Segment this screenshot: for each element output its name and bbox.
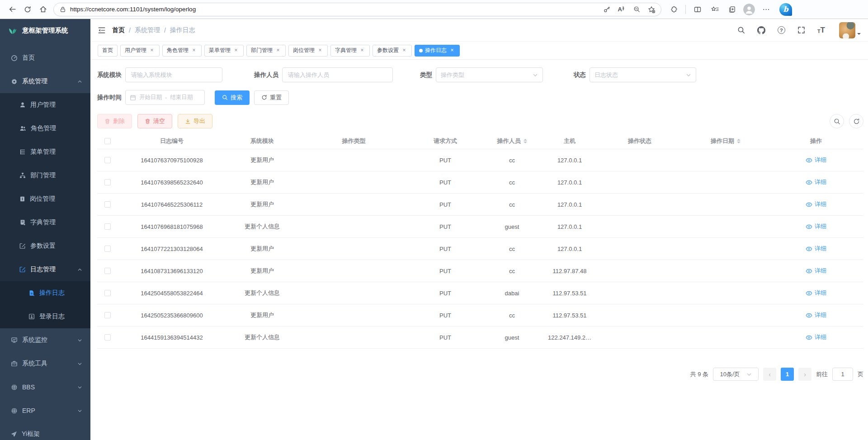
row-checkbox[interactable] <box>104 223 111 230</box>
current-page-button[interactable]: 1 <box>781 368 794 381</box>
sidebar-collapse-icon[interactable] <box>98 26 106 34</box>
row-checkbox[interactable] <box>104 290 111 296</box>
sidebar-item-param-settings[interactable]: 参数设置 <box>0 234 90 258</box>
status-select[interactable]: 日志状态 <box>590 67 696 82</box>
sidebar-item-log-mgmt[interactable]: 日志管理 <box>0 258 90 281</box>
sidebar-item-system-mgmt[interactable]: 系统管理 <box>0 70 90 93</box>
next-page-button[interactable]: › <box>798 368 811 381</box>
tab-param-settings[interactable]: 参数设置× <box>373 45 412 57</box>
table-refresh-button[interactable] <box>849 114 863 128</box>
row-checkbox[interactable] <box>104 246 111 252</box>
row-checkbox[interactable] <box>104 334 111 341</box>
col-operator[interactable]: 操作人员 <box>481 137 542 145</box>
clear-button[interactable]: 清空 <box>137 114 172 128</box>
prev-page-button[interactable]: ‹ <box>763 368 776 381</box>
sidebar-item-system-tools[interactable]: 系统工具 <box>0 352 90 375</box>
tab-home[interactable]: 首页 <box>98 45 118 57</box>
col-date[interactable]: 操作日期 <box>683 137 769 145</box>
col-host: 主机 <box>542 137 597 145</box>
browser-profile-avatar[interactable] <box>741 2 757 17</box>
detail-link[interactable]: 详细 <box>806 200 826 208</box>
row-checkbox[interactable] <box>104 179 111 185</box>
tab-post-mgmt[interactable]: 岗位管理× <box>288 45 328 57</box>
sidebar-item-menu-mgmt[interactable]: 菜单管理 <box>0 140 90 164</box>
export-button[interactable]: 导出 <box>178 114 212 128</box>
breadcrumb-home[interactable]: 首页 <box>112 26 125 34</box>
close-icon[interactable]: × <box>275 47 281 54</box>
tab-operation-log[interactable]: 操作日志× <box>415 45 460 57</box>
tab-dept-mgmt[interactable]: 部门管理× <box>246 45 286 57</box>
sidebar-item-yi-framework[interactable]: Yi框架 <box>0 422 90 440</box>
sidebar-item-system-monitor[interactable]: 系统监控 <box>0 328 90 352</box>
copilot-icon[interactable]: b <box>779 3 792 16</box>
browser-settings-menu[interactable]: ⋯ <box>759 2 774 17</box>
goto-page-input[interactable] <box>832 368 853 381</box>
sidebar-item-user-mgmt[interactable]: 用户管理 <box>0 93 90 117</box>
address-bar[interactable]: https://ccnetcore.com:1101/system/log/op… <box>53 3 661 16</box>
sidebar-item-operation-log[interactable]: 操作日志 <box>0 281 90 305</box>
browser-back-button[interactable] <box>5 2 20 17</box>
search-button[interactable]: 搜索 <box>215 90 250 105</box>
app-logo[interactable]: 意框架管理系统 <box>0 19 90 42</box>
tab-menu-mgmt[interactable]: 菜单管理× <box>204 45 244 57</box>
select-all-checkbox[interactable] <box>104 138 111 144</box>
user-menu[interactable] <box>839 22 861 38</box>
tab-user-mgmt[interactable]: 用户管理× <box>120 45 160 57</box>
favorites-icon[interactable] <box>707 2 722 17</box>
extensions-icon[interactable] <box>666 2 681 17</box>
sidebar-item-login-log[interactable]: 登录日志 <box>0 305 90 328</box>
detail-link[interactable]: 详细 <box>806 267 826 275</box>
row-checkbox[interactable] <box>104 312 111 318</box>
font-size-icon[interactable]: TT <box>817 26 825 34</box>
delete-button[interactable]: 删除 <box>97 114 132 128</box>
page-size-select[interactable]: 10条/页 <box>713 368 759 381</box>
sidebar-item-role-mgmt[interactable]: 角色管理 <box>0 117 90 140</box>
breadcrumb-system[interactable]: 系统管理 <box>135 26 160 34</box>
sidebar-item-bbs[interactable]: BBS <box>0 375 90 399</box>
tab-dict-mgmt[interactable]: 字典管理× <box>330 45 370 57</box>
row-checkbox[interactable] <box>104 201 111 208</box>
detail-link[interactable]: 详细 <box>806 156 826 164</box>
date-range-picker[interactable]: 开始日期 - 结束日期 <box>125 90 205 105</box>
browser-home-button[interactable] <box>35 2 51 17</box>
operator-input[interactable] <box>282 67 393 82</box>
close-icon[interactable]: × <box>449 47 455 54</box>
close-icon[interactable]: × <box>233 47 239 54</box>
close-icon[interactable]: × <box>149 47 155 54</box>
detail-link[interactable]: 详细 <box>806 311 826 319</box>
password-key-icon[interactable] <box>604 6 610 13</box>
sidebar-item-erp[interactable]: ERP <box>0 399 90 422</box>
help-icon[interactable]: ? <box>778 26 785 34</box>
detail-link[interactable]: 详细 <box>806 178 826 186</box>
sidebar-item-dict-mgmt[interactable]: 字典管理 <box>0 211 90 234</box>
detail-link[interactable]: 详细 <box>806 245 826 253</box>
detail-link[interactable]: 详细 <box>806 222 826 231</box>
browser-refresh-button[interactable] <box>20 2 35 17</box>
sidebar-item-post-mgmt[interactable]: 岗位管理 <box>0 187 90 211</box>
module-input[interactable] <box>125 67 222 82</box>
split-screen-icon[interactable] <box>690 2 705 17</box>
row-checkbox[interactable] <box>104 157 111 163</box>
close-icon[interactable]: × <box>401 47 407 54</box>
sidebar-item-home[interactable]: 首页 <box>0 46 90 70</box>
add-favorite-icon[interactable] <box>648 6 655 13</box>
detail-link[interactable]: 详细 <box>806 333 826 341</box>
zoom-out-icon[interactable] <box>633 6 640 13</box>
fullscreen-icon[interactable] <box>797 26 805 34</box>
collections-icon[interactable] <box>724 2 740 17</box>
close-icon[interactable]: × <box>191 47 197 54</box>
row-checkbox[interactable] <box>104 268 111 274</box>
reset-button[interactable]: 重置 <box>254 90 289 105</box>
github-icon[interactable] <box>757 26 765 34</box>
detail-link[interactable]: 详细 <box>806 289 826 297</box>
type-select[interactable]: 操作类型 <box>436 67 543 82</box>
header-search-icon[interactable] <box>737 26 745 34</box>
read-aloud-icon[interactable]: A <box>618 6 626 13</box>
log-icon <box>19 266 26 273</box>
user-avatar[interactable] <box>839 22 855 38</box>
sidebar-item-dept-mgmt[interactable]: 部门管理 <box>0 164 90 187</box>
tab-role-mgmt[interactable]: 角色管理× <box>162 45 202 57</box>
table-search-toggle-button[interactable] <box>830 114 844 128</box>
close-icon[interactable]: × <box>359 47 365 54</box>
close-icon[interactable]: × <box>317 47 323 54</box>
